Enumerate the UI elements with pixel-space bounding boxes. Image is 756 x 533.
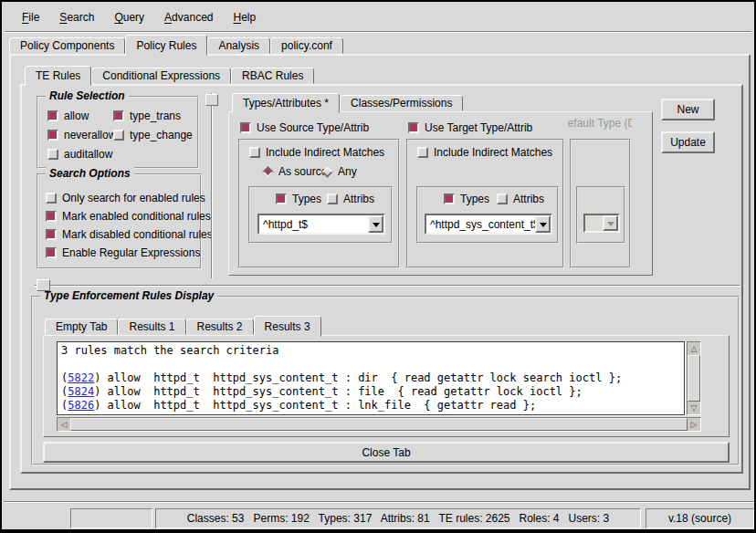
default-type-frame [570,139,631,268]
rule-link-5826[interactable]: 5826 [68,399,94,412]
scroll-up-icon[interactable]: △ [688,342,700,355]
scroll-down-icon[interactable]: ▽ [688,402,700,414]
rule-selection-title: Rule Selection [46,89,129,102]
checkbox-type-trans[interactable]: type_trans [113,110,181,122]
menu-file[interactable]: File [13,7,48,27]
rule-link-5822[interactable]: 5822 [68,371,94,384]
checkbox-type-change[interactable]: type_change [113,129,193,141]
checkbox-source-indirect[interactable]: Include Indirect Matches [249,146,384,159]
horizontal-sash[interactable] [35,285,740,287]
tab-results-3[interactable]: Results 3 [254,316,321,337]
results-horizontal-scrollbar[interactable]: ◁ ▷ [57,417,701,432]
tab-results-1[interactable]: Results 1 [118,319,185,335]
checkbox-indicator [408,122,419,133]
checkbox-mark-enabled-conditional[interactable]: Mark enabled conditional rules [46,210,211,223]
rule-link-5824[interactable]: 5824 [68,385,94,398]
checkbox-indicator [46,229,57,240]
radio-indicator [321,166,333,178]
tab-analysis[interactable]: Analysis [207,37,270,54]
tab-classes-permissions[interactable]: Classes/Permissions [340,95,463,111]
checkbox-indicator [497,193,508,204]
tab-conditional-expressions[interactable]: Conditional Expressions [91,68,231,84]
checkbox-indicator [46,247,57,258]
tab-policy-rules[interactable]: Policy Rules [125,35,207,56]
menu-advanced[interactable]: Advanced [155,7,222,27]
checkbox-indicator [444,193,455,204]
menu-search[interactable]: Search [50,7,103,27]
checkbox-indicator [47,110,58,121]
menu-query[interactable]: Query [105,7,153,27]
vertical-sash-grip[interactable] [205,94,218,106]
rule-line: (5824) allow httpd_t httpd_sys_content_t… [61,385,680,399]
checkbox-neverallow[interactable]: neverallow [47,129,116,141]
checkbox-use-source-type[interactable]: Use Source Type/Attrib [240,121,369,134]
target-types-attribs-frame: Types Attribs ^httpd_sys_content_t$ [416,186,559,244]
te-rules-display-group: Type Enforcement Rules Display Empty Tab… [31,296,740,465]
tab-te-rules[interactable]: TE Rules [25,66,91,86]
results-text-area[interactable]: 3 rules match the search criteria (5822)… [57,341,685,415]
radio-indicator [262,166,274,178]
checkbox-indicator [47,130,58,141]
checkbox-indicator [113,130,124,141]
radio-as-source[interactable]: As source [262,165,327,178]
checkbox-mark-disabled-conditional[interactable]: Mark disabled conditional rules [46,228,213,241]
checkbox-target-indirect[interactable]: Include Indirect Matches [417,146,552,159]
checkbox-target-attribs[interactable]: Attribs [497,193,544,205]
rule-selection-group: Rule Selection allow type_trans neverall… [37,96,199,169]
checkbox-only-enabled-rules[interactable]: Only search for enabled rules [46,192,205,204]
main-tab-bar: Policy Components Policy Rules Analysis … [9,35,343,56]
checkbox-target-types[interactable]: Types [444,193,489,205]
dropdown-arrow-icon[interactable] [368,215,383,233]
horizontal-scroll-thumb[interactable] [70,418,688,431]
checkbox-indicator [46,193,57,204]
tab-policy-conf[interactable]: policy.conf [270,37,343,54]
results-vertical-scrollbar[interactable]: △ ▽ [687,341,701,415]
rule-line: (5822) allow httpd_t httpd_sys_content_t… [61,371,680,385]
checkbox-indicator [46,211,57,222]
rule-line: (5826) allow httpd_t httpd_sys_content_t… [61,399,680,413]
scroll-left-icon[interactable]: ◁ [58,418,70,431]
statusbar-separator [4,501,754,503]
statusbar-stats: Classes: 53 Perms: 192 Types: 317 Attrib… [155,508,641,528]
checkbox-indicator [113,110,124,121]
checkbox-indicator [276,193,287,204]
menu-bar: File Search Query Advanced Help [5,5,751,30]
tab-empty-tab[interactable]: Empty Tab [45,319,118,335]
statusbar-message-box [70,508,152,528]
menu-help[interactable]: Help [224,7,265,27]
default-type-combobox [583,214,620,233]
te-rules-display-title: Type Enforcement Rules Display [40,289,217,302]
tab-results-2[interactable]: Results 2 [186,319,254,335]
update-button[interactable]: Update [661,131,715,153]
statusbar-version: v.18 (source) [646,508,754,528]
checkbox-use-target-type[interactable]: Use Target Type/Attrib [408,121,532,134]
default-type-label: Default Type (Disabled) [568,117,632,131]
vertical-scroll-thumb[interactable] [688,355,700,402]
default-type-inner-frame [576,186,625,244]
search-options-title: Search Options [46,167,134,180]
source-type-combobox[interactable]: ^httpd_t$ [257,214,385,235]
tab-rbac-rules[interactable]: RBAC Rules [231,68,314,84]
search-options-group: Search Options Only search for enabled r… [37,173,202,269]
checkbox-source-attribs[interactable]: Attribs [327,193,374,205]
checkbox-indicator [417,147,428,158]
results-summary: 3 rules match the search criteria [61,344,680,358]
vertical-sash[interactable] [211,93,213,278]
dropdown-arrow-icon [603,215,618,231]
types-attributes-tab-bar: Types/Attributes * Classes/Permissions [232,92,463,113]
radio-any[interactable]: Any [321,165,357,178]
scroll-right-icon[interactable]: ▷ [688,418,700,431]
checkbox-auditallow[interactable]: auditallow [47,148,112,161]
horizontal-sash-grip[interactable] [37,279,50,291]
target-type-combobox[interactable]: ^httpd_sys_content_t$ [425,214,552,235]
checkbox-allow[interactable]: allow [47,110,89,122]
checkbox-source-types[interactable]: Types [276,193,321,205]
tab-policy-components[interactable]: Policy Components [9,37,125,54]
checkbox-enable-regex[interactable]: Enable Regular Expressions [46,246,200,259]
close-tab-button[interactable]: Close Tab [43,442,730,463]
tab-types-attributes[interactable]: Types/Attributes * [232,93,340,113]
window-bottom-edge [2,529,754,533]
new-button[interactable]: New [661,99,715,120]
dropdown-arrow-icon[interactable] [535,215,551,233]
results-tab-bar: Empty Tab Results 1 Results 2 Results 3 [45,315,321,337]
